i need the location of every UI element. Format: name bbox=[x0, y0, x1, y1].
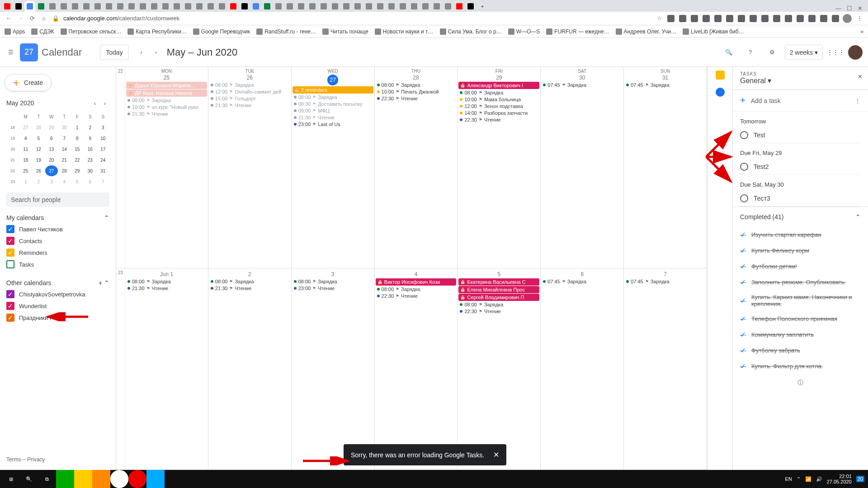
calendar-toggle[interactable]: Wunderlist bbox=[6, 300, 109, 312]
calendar-event[interactable]: 21:30⚑Чтение bbox=[126, 111, 207, 117]
day-cell[interactable]: THU2808:00⚑Зарядка10:00⚑Печать Джанкой22… bbox=[375, 67, 458, 268]
extension-icon[interactable] bbox=[667, 15, 675, 22]
browser-tab[interactable] bbox=[36, 1, 47, 12]
opera-icon[interactable] bbox=[128, 470, 146, 488]
calendar-event[interactable]: 23:00⚑Last of Us bbox=[292, 121, 373, 127]
browser-tab[interactable] bbox=[228, 1, 239, 12]
home-button[interactable]: ⌂ bbox=[40, 14, 48, 23]
toast-close-icon[interactable]: ✕ bbox=[493, 450, 499, 459]
clock-time[interactable]: 22:01 bbox=[827, 474, 852, 479]
day-cell[interactable]: Jun 108:00⚑Зарядка21:30⚑Чтение bbox=[125, 268, 208, 469]
calendar-event[interactable]: 🎂 Виктор Иосифович Кози bbox=[376, 278, 457, 286]
calendar-event[interactable]: 10:00⚑Мама больница bbox=[458, 96, 539, 103]
calendar-event[interactable]: 21:30⚑Чтение bbox=[209, 102, 290, 108]
calendar-event[interactable]: 07:45⚑Зарядка bbox=[625, 82, 706, 88]
calendar-event[interactable]: 08:00⚑Зарядка bbox=[209, 82, 290, 88]
bookmark-item[interactable]: Андреев Олег. Учи… bbox=[616, 28, 676, 35]
browser-tab[interactable] bbox=[137, 1, 148, 12]
browser-tab[interactable] bbox=[296, 1, 307, 12]
browser-tab[interactable] bbox=[205, 1, 216, 12]
calendar-event[interactable]: 22:30⚑Чтение bbox=[376, 293, 457, 299]
calendar-event[interactable]: 08:00⚑Зарядка bbox=[376, 82, 457, 88]
mini-cal-day[interactable]: 19 bbox=[32, 155, 45, 165]
browser-tab[interactable] bbox=[58, 1, 69, 12]
browser-tab[interactable] bbox=[341, 1, 352, 12]
tasks-more-icon[interactable]: ⋮ bbox=[854, 97, 861, 104]
extension-icon[interactable] bbox=[773, 15, 780, 22]
explorer-icon[interactable] bbox=[56, 470, 74, 488]
menu-icon[interactable]: ⋮ bbox=[855, 14, 863, 23]
bookmark-item[interactable]: Google Переводчик bbox=[193, 28, 250, 35]
completed-header[interactable]: Completed (41)⌃ bbox=[733, 206, 868, 227]
calendar-event[interactable]: 07:45⚑Зарядка bbox=[542, 278, 623, 285]
calendar-event[interactable]: 🎂 Дарья Юрьевна Марков... bbox=[126, 82, 207, 89]
clock-date[interactable]: 27.05.2020 bbox=[827, 479, 852, 484]
browser-tab[interactable] bbox=[330, 1, 340, 12]
tasks-icon[interactable] bbox=[716, 88, 725, 97]
main-menu-icon[interactable]: ☰ bbox=[5, 47, 16, 58]
extension-icon[interactable] bbox=[797, 15, 804, 22]
calendar-event[interactable]: 22:30⚑Чтение bbox=[376, 95, 457, 102]
calendar-event[interactable]: 10:00⚑Печать Джанкой bbox=[376, 89, 457, 95]
bookmark-item[interactable]: Петровское сельск… bbox=[61, 28, 122, 35]
browser-tab[interactable] bbox=[24, 1, 35, 12]
tray-chevron-icon[interactable]: ⌃ bbox=[797, 476, 801, 482]
bookmark-item[interactable]: Сила Ума. Блог о р… bbox=[440, 28, 502, 35]
app-icon[interactable] bbox=[146, 470, 165, 488]
day-cell[interactable]: WED27🎂 2 reminders08:00⚑Зарядка08:30⚑Дос… bbox=[292, 67, 375, 268]
mini-cal-next[interactable]: › bbox=[100, 99, 109, 108]
add-task-button[interactable]: + Add a task ⋮ bbox=[733, 90, 868, 112]
calendar-event[interactable]: 🎂 2 reminders bbox=[292, 86, 373, 94]
completed-task[interactable]: ✓Купить Феликсу корм bbox=[733, 243, 868, 258]
mini-cal-day[interactable]: 2 bbox=[32, 176, 45, 187]
app-icon[interactable] bbox=[74, 470, 92, 488]
calendar-event[interactable]: 23:00⚑Чтение bbox=[292, 285, 373, 291]
mini-cal-day[interactable]: 13 bbox=[45, 144, 58, 155]
calendar-event[interactable]: 🎂 Екатерина Васильевна С bbox=[458, 278, 539, 286]
calendar-event[interactable]: 🎂 Елена Михайловна Прос bbox=[458, 286, 539, 293]
mini-cal-day[interactable]: 15 bbox=[71, 144, 84, 155]
mini-cal-day[interactable]: 6 bbox=[45, 133, 58, 144]
mini-cal-day[interactable]: 27 bbox=[45, 165, 58, 176]
calendar-event[interactable]: 21:30⚑Чтение bbox=[209, 285, 290, 291]
calendar-event[interactable]: 22:30⚑Чтение bbox=[458, 117, 539, 123]
extension-icon[interactable] bbox=[738, 15, 745, 22]
day-cell[interactable]: TUE2608:00⚑Зарядка12:00⚑Онлайн-саммит де… bbox=[208, 67, 292, 268]
calendar-event[interactable]: 09:00⚑МФЦ bbox=[292, 108, 373, 114]
mini-cal-day[interactable]: 22 bbox=[71, 155, 84, 165]
calendar-event[interactable]: 08:00⚑Зарядка bbox=[458, 89, 539, 96]
day-cell[interactable]: SUN3107:45⚑Зарядка bbox=[624, 67, 707, 268]
calendar-event[interactable]: 12:00⚑Зенон подставка bbox=[458, 103, 539, 109]
bookmark-item[interactable]: СДЭК bbox=[31, 28, 54, 35]
mini-cal-day[interactable]: 20 bbox=[45, 155, 58, 165]
mini-cal-day[interactable]: 6 bbox=[84, 176, 97, 187]
calendar-event[interactable]: 07:45⚑Зарядка bbox=[625, 278, 706, 285]
bookmark-item[interactable]: Читать почаще bbox=[322, 28, 368, 35]
calendar-event[interactable]: 21:30⚑Чтение bbox=[126, 285, 207, 291]
extension-icon[interactable] bbox=[832, 15, 839, 22]
mini-cal-day[interactable]: 7 bbox=[97, 176, 110, 187]
mini-cal-day[interactable]: 14 bbox=[58, 144, 71, 155]
mini-cal-day[interactable]: 26 bbox=[32, 165, 45, 176]
calendar-event[interactable]: 🎂 Сергей Владимирович П bbox=[458, 294, 539, 301]
calendar-event[interactable]: 08:00⚑Зарядка bbox=[292, 94, 373, 100]
calendar-event[interactable]: 12:00⚑Онлайн-саммит дей bbox=[209, 89, 290, 95]
completed-task[interactable]: ✓Заполнить резюме. Опубликовать. bbox=[733, 274, 868, 290]
search-people-input[interactable]: Search for people bbox=[6, 192, 109, 207]
calendar-event[interactable]: 10:00⚑эл.курс "Новый руко bbox=[126, 104, 207, 110]
task-radio[interactable] bbox=[740, 163, 748, 171]
maximize-icon[interactable]: ☐ bbox=[847, 5, 852, 12]
browser-tab[interactable] bbox=[397, 1, 408, 12]
minimize-icon[interactable]: — bbox=[835, 5, 841, 12]
close-icon[interactable]: ✕ bbox=[858, 5, 863, 12]
mini-cal-day[interactable]: 30 bbox=[84, 165, 97, 176]
calendar-event[interactable]: 07:45⚑Зарядка bbox=[542, 82, 623, 88]
bookmark-item[interactable]: RandStuff.ru - гене… bbox=[256, 28, 316, 35]
task-item[interactable]: Test bbox=[740, 127, 861, 143]
browser-tab[interactable] bbox=[149, 1, 160, 12]
browser-tab[interactable] bbox=[386, 1, 397, 12]
browser-tab[interactable] bbox=[183, 1, 193, 12]
tasks-close-icon[interactable]: ✕ bbox=[858, 73, 863, 80]
help-icon[interactable]: ? bbox=[741, 43, 760, 61]
task-item[interactable]: Тест3 bbox=[740, 191, 861, 206]
